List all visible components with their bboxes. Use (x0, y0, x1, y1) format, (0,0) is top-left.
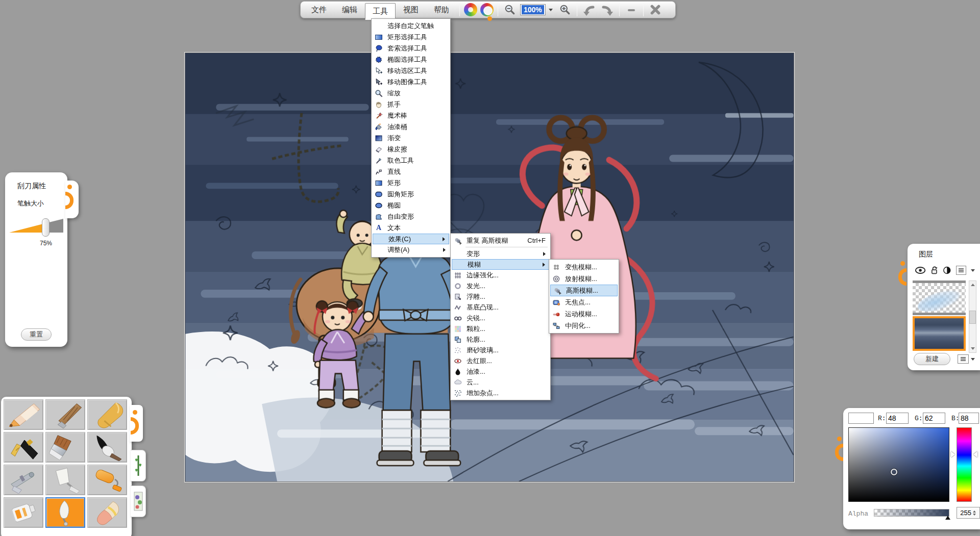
new-layer-button[interactable]: 新建 (914, 353, 950, 365)
menu-item-magic-wand[interactable]: 魔术棒 (372, 110, 450, 121)
unlocked-padlock-icon[interactable] (930, 266, 938, 275)
menu-item-paint-bucket[interactable]: 油漆桶 (372, 121, 450, 133)
menu-item-text[interactable]: A文本 (372, 222, 450, 234)
blue-input[interactable] (959, 413, 979, 424)
menu-item-move-image[interactable]: 移动图像工具 (372, 76, 450, 88)
menu-item-line[interactable]: 直线 (372, 166, 450, 177)
menu-item-motion-blur[interactable]: 运动模糊... (550, 308, 618, 320)
brush-wooden[interactable] (45, 399, 85, 430)
texture-brush-tab[interactable] (131, 486, 146, 517)
green-input[interactable] (923, 413, 945, 424)
menu-item-transform[interactable]: 变形 (451, 248, 550, 259)
menu-file[interactable]: 文件 (304, 3, 334, 17)
brush-ink[interactable] (87, 432, 127, 463)
menu-item-grain[interactable]: 颗粒... (451, 323, 550, 334)
hue-marker-left[interactable] (951, 451, 955, 457)
menu-item-median[interactable]: 中间化... (550, 320, 618, 331)
menu-item-contour[interactable]: 轮廓... (451, 334, 550, 345)
menu-item-blur[interactable]: 模糊 (452, 259, 549, 270)
menu-item-sharpen[interactable]: 尖锐... (451, 313, 550, 323)
chevron-down-icon[interactable] (971, 358, 975, 361)
scroll-down-button[interactable] (969, 345, 976, 352)
menu-item-cloud[interactable]: 云... (451, 377, 550, 388)
menu-item-paint[interactable]: 油漆... (451, 366, 550, 377)
spin-up-button[interactable] (973, 511, 976, 513)
brush-pencil[interactable] (4, 399, 43, 430)
blend-mode-icon[interactable] (943, 266, 951, 275)
menu-item-gaussian-blur[interactable]: 高斯模糊... (550, 285, 618, 296)
menu-item-adjust[interactable]: 调整(A) (372, 244, 450, 256)
red-input[interactable] (886, 413, 909, 424)
rainbow-ring-logo-icon[interactable] (480, 3, 494, 16)
menu-item-ellipse-select[interactable]: 椭圆选择工具 (372, 54, 450, 65)
scrollbar-thumb[interactable] (969, 311, 976, 324)
menu-item-defocus[interactable]: 无焦点... (550, 296, 618, 308)
menu-tools[interactable]: 工具 (365, 3, 396, 20)
saturation-value-field[interactable] (848, 427, 949, 502)
close-button[interactable] (646, 3, 665, 17)
menu-item-zoom[interactable]: 缩放 (372, 88, 450, 99)
panel-drag-handle[interactable] (835, 444, 843, 461)
menu-edit[interactable]: 编辑 (334, 3, 365, 17)
bamboo-brush-tab[interactable] (131, 450, 146, 481)
panel-drag-handle[interactable] (898, 268, 906, 286)
layer-thumbnail-bottom-selected[interactable] (913, 316, 966, 351)
sv-marker[interactable] (891, 469, 897, 475)
menu-item-bas-relief[interactable]: 基底凸现... (451, 302, 550, 313)
brush-fountain-pen[interactable] (4, 432, 43, 463)
menu-item-add-noise[interactable]: 增加杂点... (451, 388, 550, 398)
minimize-button[interactable] (622, 3, 641, 17)
panel-drag-handle[interactable] (65, 181, 79, 218)
menu-item-repeat-gaussian[interactable]: 重复 高斯模糊Ctrl+F (451, 235, 550, 246)
hue-marker-right[interactable] (973, 451, 977, 457)
menu-item-radial-blur[interactable]: 放射模糊... (550, 273, 618, 285)
menu-item-red-eye[interactable]: 去红眼... (451, 355, 550, 366)
alpha-value-input[interactable] (957, 509, 971, 517)
menu-item-edge-enhance[interactable]: 边缘强化... (451, 270, 550, 280)
brush-eraser-stick[interactable] (87, 497, 127, 528)
menu-item-custom-brush[interactable]: 选择自定义笔触 (372, 20, 450, 32)
chevron-down-icon[interactable] (971, 269, 975, 272)
slider-handle[interactable] (42, 218, 50, 237)
visibility-eye-icon[interactable] (915, 266, 926, 274)
menu-item-eyedropper[interactable]: 取色工具 (372, 155, 450, 166)
menu-item-hand[interactable]: 抓手 (372, 99, 450, 110)
brush-scraper-knife[interactable] (45, 497, 85, 528)
scroll-up-button[interactable] (969, 281, 976, 289)
alpha-slider[interactable] (874, 509, 949, 517)
menu-item-ellipse[interactable]: 椭圆 (372, 200, 450, 211)
brush-panel-drag-handle[interactable] (130, 405, 143, 442)
menu-item-rounded-rectangle[interactable]: 圆角矩形 (372, 189, 450, 200)
brush-paint-tube[interactable] (4, 497, 43, 528)
menu-item-glow[interactable]: 发光... (451, 280, 550, 291)
layer-options-button[interactable] (958, 354, 969, 364)
brush-palette-knife[interactable] (45, 465, 85, 495)
brush-airbrush[interactable] (4, 465, 43, 495)
menu-item-eraser[interactable]: 橡皮擦 (372, 144, 450, 155)
zoom-dropdown-button[interactable] (547, 4, 555, 15)
menu-item-frosted-glass[interactable]: 磨砂玻璃... (451, 345, 550, 355)
menu-item-rectangle[interactable]: 矩形 (372, 177, 450, 189)
zoom-level-field[interactable]: 100% (520, 4, 546, 15)
spin-down-button[interactable] (973, 514, 976, 516)
undo-button[interactable] (580, 3, 598, 17)
menu-item-lasso-select[interactable]: 套索选择工具 (372, 43, 450, 54)
menu-item-effects[interactable]: 效果(C) (373, 234, 449, 244)
zoom-out-button[interactable] (501, 3, 519, 17)
menu-view[interactable]: 视图 (396, 3, 426, 17)
brush-size-slider[interactable] (9, 217, 63, 238)
menu-item-free-transform[interactable]: 自由变形 (372, 211, 450, 222)
hue-slider[interactable] (957, 427, 972, 502)
brush-roller[interactable] (87, 465, 127, 495)
brush-crayon[interactable] (87, 399, 127, 430)
menu-item-move-selection[interactable]: 移动选区工具 (372, 65, 450, 76)
menu-help[interactable]: 帮助 (426, 3, 457, 17)
menu-item-rect-select[interactable]: 矩形选择工具 (372, 32, 450, 43)
layer-thumbnail-top[interactable] (913, 280, 966, 315)
menu-item-emboss[interactable]: 浮雕... (451, 291, 550, 302)
menu-item-gradient[interactable]: 渐变 (372, 133, 450, 144)
rainbow-flower-logo-icon[interactable] (464, 3, 477, 16)
layer-list-menu-button[interactable] (956, 266, 966, 275)
redo-button[interactable] (598, 3, 617, 17)
alpha-marker[interactable] (945, 516, 950, 520)
